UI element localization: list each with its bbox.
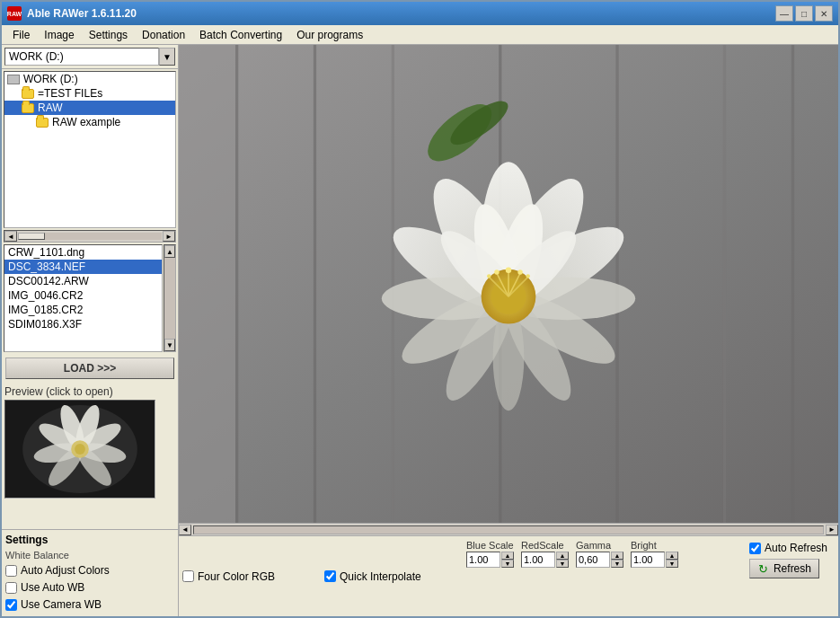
use-auto-wb-row[interactable]: Use Auto WB (5, 581, 174, 594)
four-color-rgb-label: Four Color RGB (198, 570, 275, 583)
svg-rect-20 (791, 45, 794, 523)
blue-scale-input[interactable] (466, 552, 500, 568)
scroll-up-button[interactable]: ▲ (164, 245, 175, 258)
right-content: ◄ ► Four Color RGB Quick Interp (179, 45, 838, 616)
scroll-left-button[interactable]: ◄ (4, 231, 17, 242)
file-item-img0185[interactable]: IMG_0185.CR2 (4, 303, 162, 317)
image-scroll-track[interactable] (193, 525, 824, 534)
bright-down[interactable]: ▼ (666, 560, 678, 568)
folder-icon-raw (21, 102, 35, 114)
svg-point-11 (75, 444, 85, 455)
close-button[interactable]: ✕ (815, 5, 833, 22)
svg-point-47 (494, 269, 499, 274)
menu-batch-converting[interactable]: Batch Converting (192, 27, 289, 43)
drive-dropdown-arrow[interactable]: ▼ (159, 48, 175, 66)
tree-item-drive[interactable]: WORK (D:) (4, 72, 175, 86)
tree-horizontal-scrollbar[interactable]: ◄ ► (4, 230, 176, 243)
settings-title: Settings (5, 534, 174, 546)
bright-up[interactable]: ▲ (666, 552, 678, 560)
load-button-area: LOAD >>> (2, 354, 178, 383)
sliders-area: Blue Scale ▲ ▼ RedScale (466, 540, 742, 613)
svg-rect-19 (723, 45, 726, 523)
menu-our-programs[interactable]: Our programs (289, 27, 370, 43)
svg-point-46 (506, 268, 512, 274)
file-item-img0046[interactable]: IMG_0046.CR2 (4, 288, 162, 303)
folder-tree[interactable]: WORK (D:) =TEST FILEs RAW (4, 71, 176, 228)
wb-checkboxes: Auto Adjust Colors Use Auto WB Use Camer… (5, 562, 174, 613)
file-item-crw1101[interactable]: CRW_1101.dng (4, 245, 162, 260)
menu-settings[interactable]: Settings (82, 27, 135, 43)
svg-point-49 (487, 274, 491, 278)
quick-interpolate-checkbox[interactable] (324, 570, 336, 582)
use-camera-wb-checkbox[interactable] (5, 599, 17, 611)
settings-area: Settings White Balance Auto Adjust Color… (2, 529, 178, 616)
scroll-down-button[interactable]: ▼ (164, 339, 175, 351)
menu-file[interactable]: File (5, 27, 37, 43)
auto-refresh-row[interactable]: Auto Refresh (749, 542, 827, 554)
window-title: Able RAWer 1.6.11.20 (27, 7, 775, 20)
auto-adjust-colors-checkbox[interactable] (5, 565, 17, 577)
bright-input-row: ▲ ▼ (631, 552, 678, 568)
file-list[interactable]: CRW_1101.dng DSC_3834.NEF DSC00142.ARW I… (4, 244, 163, 352)
red-scale-slider: RedScale ▲ ▼ (521, 540, 569, 568)
maximize-button[interactable]: □ (795, 5, 813, 22)
tree-item-label: RAW (38, 102, 63, 114)
bright-spin: ▲ ▼ (666, 552, 678, 568)
use-auto-wb-checkbox[interactable] (5, 582, 17, 594)
image-area (179, 45, 838, 523)
preview-thumbnail[interactable] (4, 400, 155, 499)
four-color-rgb-row[interactable]: Four Color RGB (182, 570, 317, 583)
color-options: Four Color RGB (182, 540, 317, 613)
quick-interpolate-row[interactable]: Quick Interpolate (324, 570, 459, 583)
gamma-up[interactable]: ▲ (611, 552, 623, 560)
title-bar: RAW Able RAWer 1.6.11.20 — □ ✕ (2, 2, 838, 25)
file-item-sdim0186[interactable]: SDIM0186.X3F (4, 317, 162, 331)
tree-item-raw[interactable]: RAW (4, 101, 175, 115)
file-item-dsc00142[interactable]: DSC00142.ARW (4, 274, 162, 288)
menu-donation[interactable]: Donation (135, 27, 192, 43)
blue-scale-down[interactable]: ▼ (501, 560, 514, 568)
app-icon: RAW (7, 6, 22, 21)
refresh-button[interactable]: ↻ Refresh (749, 559, 819, 578)
use-auto-wb-label: Use Auto WB (21, 581, 84, 594)
blue-scale-up[interactable]: ▲ (501, 552, 514, 560)
load-button[interactable]: LOAD >>> (5, 358, 174, 379)
bright-input[interactable] (631, 552, 665, 568)
image-scroll-right[interactable]: ► (826, 525, 838, 535)
red-scale-down[interactable]: ▼ (556, 560, 569, 568)
menu-image[interactable]: Image (37, 27, 81, 43)
red-scale-spin: ▲ ▼ (556, 552, 569, 568)
flower-image-svg (179, 45, 838, 523)
gamma-down[interactable]: ▼ (611, 560, 623, 568)
red-scale-up[interactable]: ▲ (556, 552, 569, 560)
bottom-panel: Four Color RGB Quick Interpolate Bl (179, 535, 838, 616)
drive-selector-row: WORK (D:) ▼ (2, 45, 178, 69)
gamma-slider: Gamma ▲ ▼ (576, 540, 623, 568)
main-content: WORK (D:) ▼ WORK (D:) =TEST FILEs (2, 45, 838, 616)
folder-icon-raw-example (35, 116, 49, 128)
use-camera-wb-row[interactable]: Use Camera WB (5, 598, 174, 611)
scroll-track[interactable] (18, 233, 162, 240)
auto-refresh-checkbox[interactable] (749, 543, 761, 554)
preview-flower-svg (5, 401, 155, 498)
svg-rect-13 (179, 45, 235, 523)
drive-select[interactable]: WORK (D:) (4, 48, 159, 66)
red-scale-label: RedScale (521, 540, 564, 551)
gamma-spin: ▲ ▼ (611, 552, 623, 568)
red-scale-input[interactable] (521, 552, 555, 568)
file-list-vertical-scrollbar[interactable]: ▲ ▼ (164, 244, 176, 352)
scroll-right-button[interactable]: ► (163, 231, 175, 242)
four-color-rgb-checkbox[interactable] (182, 570, 194, 582)
minimize-button[interactable]: — (775, 5, 793, 22)
file-item-dsc3834[interactable]: DSC_3834.NEF (4, 260, 162, 274)
tree-item-raw-example[interactable]: RAW example (4, 115, 175, 129)
svg-rect-16 (392, 45, 394, 523)
image-horizontal-scrollbar[interactable]: ◄ ► (179, 523, 838, 535)
gamma-input[interactable] (576, 552, 610, 568)
interpolate-option: Quick Interpolate (324, 540, 459, 613)
auto-adjust-colors-label: Auto Adjust Colors (21, 564, 110, 577)
red-scale-input-row: ▲ ▼ (521, 552, 569, 568)
auto-adjust-colors-row[interactable]: Auto Adjust Colors (5, 564, 174, 577)
image-scroll-left[interactable]: ◄ (179, 525, 191, 535)
tree-item-test-files[interactable]: =TEST FILEs (4, 86, 175, 101)
